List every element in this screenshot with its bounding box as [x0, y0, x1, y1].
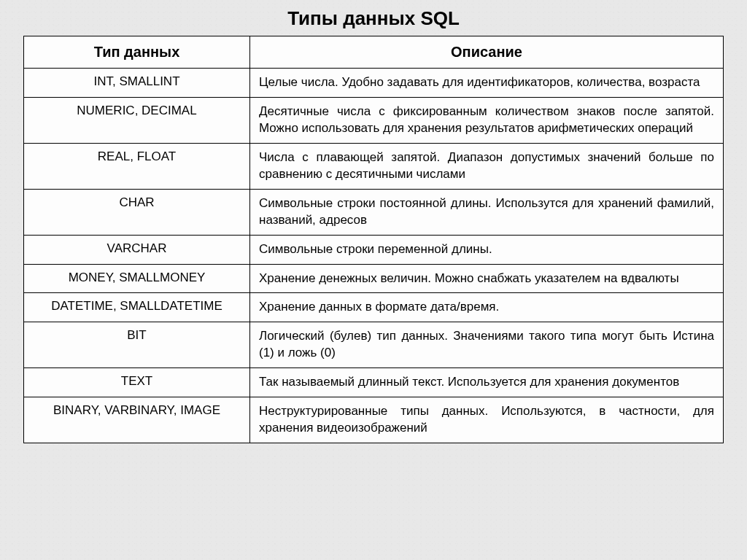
cell-type: INT, SMALLINT: [24, 69, 250, 98]
cell-type: NUMERIC, DECIMAL: [24, 97, 250, 143]
table-row: REAL, FLOAT Числа с плавающей запятой. Д…: [24, 143, 724, 189]
table-row: BIT Логический (булев) тип данных. Значе…: [24, 322, 724, 368]
cell-description: Так называемый длинный текст. Использует…: [250, 368, 724, 397]
cell-type: BINARY, VARBINARY, IMAGE: [24, 397, 250, 443]
table-row: NUMERIC, DECIMAL Десятичные числа с фикс…: [24, 97, 724, 143]
cell-description: Хранение данных в формате дата/время.: [250, 293, 724, 322]
cell-description: Символьные строки переменной длины.: [250, 235, 724, 264]
cell-description: Целые числа. Удобно задавать для идентиф…: [250, 69, 724, 98]
cell-type: CHAR: [24, 189, 250, 235]
table-header-row: Тип данных Описание: [24, 36, 724, 69]
cell-description: Неструктурированные типы данных. Использ…: [250, 397, 724, 443]
header-type: Тип данных: [24, 36, 250, 69]
header-description: Описание: [250, 36, 724, 69]
table-row: VARCHAR Символьные строки переменной дли…: [24, 235, 724, 264]
table-row: INT, SMALLINT Целые числа. Удобно задава…: [24, 69, 724, 98]
cell-type: TEXT: [24, 368, 250, 397]
table-row: CHAR Символьные строки постоянной длины.…: [24, 189, 724, 235]
table-row: TEXT Так называемый длинный текст. Испол…: [24, 368, 724, 397]
sql-types-table: Тип данных Описание INT, SMALLINT Целые …: [23, 36, 724, 443]
cell-description: Символьные строки постоянной длины. Испо…: [250, 189, 724, 235]
cell-type: VARCHAR: [24, 235, 250, 264]
table-row: MONEY, SMALLMONEY Хранение денежных вели…: [24, 264, 724, 293]
cell-description: Десятичные числа с фиксированным количес…: [250, 97, 724, 143]
cell-description: Хранение денежных величин. Можно снабжат…: [250, 264, 724, 293]
document-page: Типы данных SQL Тип данных Описание INT,…: [0, 0, 747, 560]
cell-description: Логический (булев) тип данных. Значениям…: [250, 322, 724, 368]
cell-type: REAL, FLOAT: [24, 143, 250, 189]
cell-type: DATETIME, SMALLDATETIME: [24, 293, 250, 322]
cell-type: MONEY, SMALLMONEY: [24, 264, 250, 293]
table-row: DATETIME, SMALLDATETIME Хранение данных …: [24, 293, 724, 322]
cell-description: Числа с плавающей запятой. Диапазон допу…: [250, 143, 724, 189]
cell-type: BIT: [24, 322, 250, 368]
table-row: BINARY, VARBINARY, IMAGE Неструктурирова…: [24, 397, 724, 443]
page-title: Типы данных SQL: [23, 7, 724, 30]
